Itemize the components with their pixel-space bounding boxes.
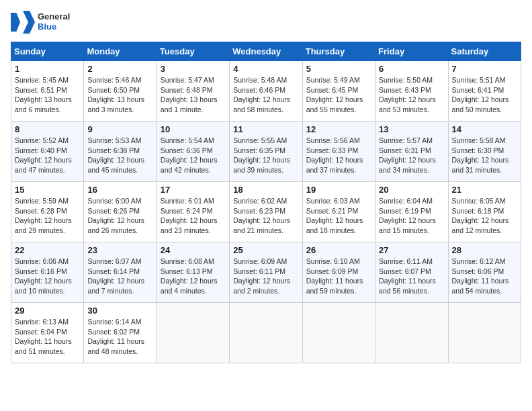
calendar-cell: 11Sunrise: 5:55 AMSunset: 6:35 PMDayligh… xyxy=(230,122,302,182)
day-detail: Sunrise: 6:02 AMSunset: 6:23 PMDaylight:… xyxy=(233,196,298,236)
day-number: 22 xyxy=(15,245,80,255)
calendar-cell: 26Sunrise: 6:10 AMSunset: 6:09 PMDayligh… xyxy=(302,242,375,303)
day-detail: Sunrise: 6:04 AMSunset: 6:19 PMDaylight:… xyxy=(379,196,444,236)
calendar-cell: 29Sunrise: 6:13 AMSunset: 6:04 PMDayligh… xyxy=(11,303,84,363)
calendar-cell: 5Sunrise: 5:49 AMSunset: 6:45 PMDaylight… xyxy=(302,61,375,122)
calendar-cell: 15Sunrise: 5:59 AMSunset: 6:28 PMDayligh… xyxy=(11,182,84,242)
calendar-cell: 21Sunrise: 6:05 AMSunset: 6:18 PMDayligh… xyxy=(448,182,521,242)
day-number: 14 xyxy=(452,124,517,134)
day-detail: Sunrise: 5:48 AMSunset: 6:46 PMDaylight:… xyxy=(233,75,298,115)
day-number: 26 xyxy=(306,245,371,255)
logo-blue-text: Blue xyxy=(38,22,70,32)
day-detail: Sunrise: 6:14 AMSunset: 6:02 PMDaylight:… xyxy=(87,317,152,357)
calendar-cell: 18Sunrise: 6:02 AMSunset: 6:23 PMDayligh… xyxy=(230,182,302,242)
day-detail: Sunrise: 5:50 AMSunset: 6:43 PMDaylight:… xyxy=(379,75,444,115)
calendar-cell: 22Sunrise: 6:06 AMSunset: 6:16 PMDayligh… xyxy=(11,242,84,303)
day-detail: Sunrise: 5:56 AMSunset: 6:33 PMDaylight:… xyxy=(306,136,371,175)
calendar-cell: 6Sunrise: 5:50 AMSunset: 6:43 PMDaylight… xyxy=(375,61,448,122)
day-number: 7 xyxy=(452,64,517,74)
day-number: 30 xyxy=(87,306,152,316)
calendar-cell: 23Sunrise: 6:07 AMSunset: 6:14 PMDayligh… xyxy=(84,242,157,303)
calendar-cell: 8Sunrise: 5:52 AMSunset: 6:40 PMDaylight… xyxy=(11,122,84,182)
day-number: 28 xyxy=(452,245,517,255)
calendar-cell: 24Sunrise: 6:08 AMSunset: 6:13 PMDayligh… xyxy=(157,242,229,303)
day-detail: Sunrise: 5:53 AMSunset: 6:38 PMDaylight:… xyxy=(87,136,152,175)
calendar-cell: 10Sunrise: 5:54 AMSunset: 6:36 PMDayligh… xyxy=(157,122,229,182)
svg-marker-0 xyxy=(23,11,35,34)
calendar-cell: 13Sunrise: 5:57 AMSunset: 6:31 PMDayligh… xyxy=(375,122,448,182)
day-number: 17 xyxy=(161,185,226,195)
day-number: 16 xyxy=(87,185,152,195)
calendar-cell: 4Sunrise: 5:48 AMSunset: 6:46 PMDaylight… xyxy=(230,61,302,122)
day-detail: Sunrise: 6:13 AMSunset: 6:04 PMDaylight:… xyxy=(15,317,80,357)
day-detail: Sunrise: 6:01 AMSunset: 6:24 PMDaylight:… xyxy=(161,196,226,236)
day-number: 25 xyxy=(233,245,298,255)
calendar-cell: 25Sunrise: 6:09 AMSunset: 6:11 PMDayligh… xyxy=(230,242,302,303)
day-detail: Sunrise: 5:51 AMSunset: 6:41 PMDaylight:… xyxy=(452,75,517,115)
day-number: 23 xyxy=(87,245,152,255)
calendar-cell: 17Sunrise: 6:01 AMSunset: 6:24 PMDayligh… xyxy=(157,182,229,242)
calendar-cell: 1Sunrise: 5:45 AMSunset: 6:51 PMDaylight… xyxy=(11,61,84,122)
day-detail: Sunrise: 5:46 AMSunset: 6:50 PMDaylight:… xyxy=(87,75,152,115)
calendar-week-2: 8Sunrise: 5:52 AMSunset: 6:40 PMDaylight… xyxy=(11,122,521,182)
day-number: 2 xyxy=(87,64,152,74)
weekday-header-friday: Friday xyxy=(375,42,448,61)
day-number: 4 xyxy=(233,64,298,74)
day-number: 10 xyxy=(161,124,226,134)
day-detail: Sunrise: 5:55 AMSunset: 6:35 PMDaylight:… xyxy=(233,136,298,175)
day-detail: Sunrise: 6:08 AMSunset: 6:13 PMDaylight:… xyxy=(161,257,226,296)
day-detail: Sunrise: 6:09 AMSunset: 6:11 PMDaylight:… xyxy=(233,257,298,296)
day-detail: Sunrise: 6:05 AMSunset: 6:18 PMDaylight:… xyxy=(452,196,517,236)
calendar-cell xyxy=(230,303,302,363)
calendar-cell: 27Sunrise: 6:11 AMSunset: 6:07 PMDayligh… xyxy=(375,242,448,303)
logo-arrow-icon xyxy=(23,11,35,34)
page-header: General Blue xyxy=(11,11,521,34)
calendar-cell: 14Sunrise: 5:58 AMSunset: 6:30 PMDayligh… xyxy=(448,122,521,182)
day-number: 19 xyxy=(306,185,371,195)
calendar-cell: 2Sunrise: 5:46 AMSunset: 6:50 PMDaylight… xyxy=(84,61,157,122)
day-number: 6 xyxy=(379,64,444,74)
day-detail: Sunrise: 5:59 AMSunset: 6:28 PMDaylight:… xyxy=(15,196,80,236)
calendar-cell xyxy=(157,303,229,363)
day-number: 3 xyxy=(161,64,226,74)
day-detail: Sunrise: 5:49 AMSunset: 6:45 PMDaylight:… xyxy=(306,75,371,115)
day-detail: Sunrise: 5:45 AMSunset: 6:51 PMDaylight:… xyxy=(15,75,80,115)
calendar-cell: 19Sunrise: 6:03 AMSunset: 6:21 PMDayligh… xyxy=(302,182,375,242)
weekday-header-monday: Monday xyxy=(84,42,157,61)
weekday-header-sunday: Sunday xyxy=(11,42,84,61)
logo: General Blue xyxy=(11,11,70,34)
calendar-week-1: 1Sunrise: 5:45 AMSunset: 6:51 PMDaylight… xyxy=(11,61,521,122)
day-detail: Sunrise: 5:57 AMSunset: 6:31 PMDaylight:… xyxy=(379,136,444,175)
day-detail: Sunrise: 6:12 AMSunset: 6:06 PMDaylight:… xyxy=(452,257,517,296)
day-number: 21 xyxy=(452,185,517,195)
day-detail: Sunrise: 6:06 AMSunset: 6:16 PMDaylight:… xyxy=(15,257,80,296)
day-detail: Sunrise: 5:52 AMSunset: 6:40 PMDaylight:… xyxy=(15,136,80,175)
day-number: 9 xyxy=(87,124,152,134)
weekday-header-thursday: Thursday xyxy=(302,42,375,61)
day-number: 15 xyxy=(15,185,80,195)
day-number: 13 xyxy=(379,124,444,134)
calendar-cell xyxy=(375,303,448,363)
calendar-table: SundayMondayTuesdayWednesdayThursdayFrid… xyxy=(11,42,521,363)
calendar-week-4: 22Sunrise: 6:06 AMSunset: 6:16 PMDayligh… xyxy=(11,242,521,303)
calendar-cell xyxy=(448,303,521,363)
day-detail: Sunrise: 5:47 AMSunset: 6:48 PMDaylight:… xyxy=(161,75,226,115)
day-number: 1 xyxy=(15,64,80,74)
calendar-cell xyxy=(302,303,375,363)
weekday-header-saturday: Saturday xyxy=(448,42,521,61)
logo-general-text: General xyxy=(38,12,70,22)
weekday-header-wednesday: Wednesday xyxy=(230,42,302,61)
calendar-cell: 28Sunrise: 6:12 AMSunset: 6:06 PMDayligh… xyxy=(448,242,521,303)
day-number: 27 xyxy=(379,245,444,255)
calendar-week-5: 29Sunrise: 6:13 AMSunset: 6:04 PMDayligh… xyxy=(11,303,521,363)
day-detail: Sunrise: 6:11 AMSunset: 6:07 PMDaylight:… xyxy=(379,257,444,296)
day-number: 29 xyxy=(15,306,80,316)
day-number: 11 xyxy=(233,124,298,134)
day-number: 8 xyxy=(15,124,80,134)
day-number: 20 xyxy=(379,185,444,195)
calendar-cell: 7Sunrise: 5:51 AMSunset: 6:41 PMDaylight… xyxy=(448,61,521,122)
day-detail: Sunrise: 5:58 AMSunset: 6:30 PMDaylight:… xyxy=(452,136,517,175)
day-detail: Sunrise: 6:03 AMSunset: 6:21 PMDaylight:… xyxy=(306,196,371,236)
day-detail: Sunrise: 5:54 AMSunset: 6:36 PMDaylight:… xyxy=(161,136,226,175)
day-number: 24 xyxy=(161,245,226,255)
